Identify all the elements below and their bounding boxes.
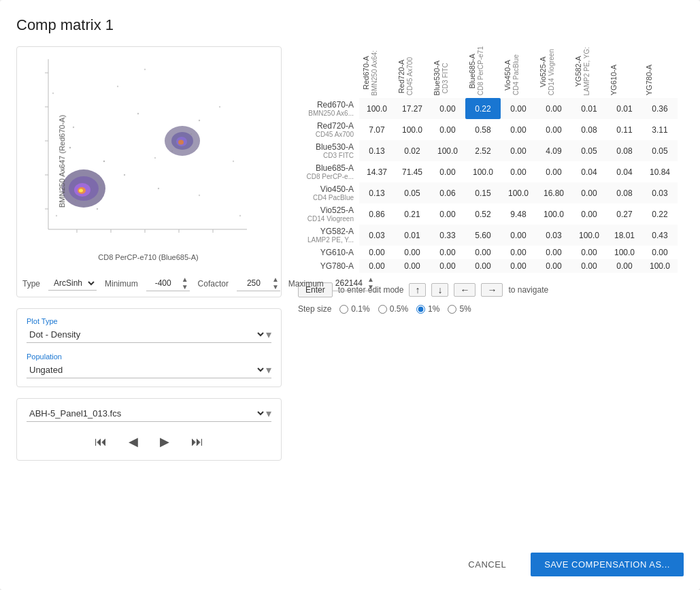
cell-6-2[interactable]: 0.33 [430,225,465,246]
population-select[interactable]: Ungated [27,364,266,376]
cell-7-3[interactable]: 0.00 [465,246,501,259]
cell-1-2[interactable]: 0.00 [430,119,465,140]
cancel-button[interactable]: CANCEL [452,553,522,576]
cell-2-7[interactable]: 0.08 [607,140,642,161]
cell-5-8[interactable]: 0.22 [642,203,678,225]
cell-5-5[interactable]: 100.0 [536,203,571,225]
nav-down-btn[interactable]: ↓ [431,283,448,297]
cell-3-0[interactable]: 14.37 [359,161,395,182]
cell-3-7[interactable]: 0.04 [607,161,642,182]
cell-2-0[interactable]: 0.13 [359,140,395,161]
minimum-input[interactable] [146,277,180,289]
cell-0-3[interactable]: 0.22 [465,98,501,119]
cell-4-1[interactable]: 0.05 [395,182,430,203]
nav-up-btn[interactable]: ↑ [409,283,426,297]
file-last-btn[interactable]: ⏭ [188,432,206,452]
cell-1-7[interactable]: 0.11 [607,119,642,140]
cell-5-0[interactable]: 0.86 [359,203,395,225]
minimum-up-btn[interactable]: ▲ [180,276,190,283]
cell-8-0[interactable]: 0.00 [359,259,395,273]
step-5[interactable]: 5% [448,304,471,314]
cell-0-5[interactable]: 0.00 [536,98,571,119]
cell-5-7[interactable]: 0.27 [607,203,642,225]
cell-7-4[interactable]: 0.00 [501,246,536,259]
cell-0-8[interactable]: 0.36 [642,98,678,119]
cell-8-1[interactable]: 0.00 [395,259,430,273]
cell-8-2[interactable]: 0.00 [430,259,465,273]
nav-right-btn[interactable]: → [481,283,503,297]
cell-7-8[interactable]: 0.00 [642,246,678,259]
minimum-down-btn[interactable]: ▼ [180,283,190,291]
cell-7-0[interactable]: 0.00 [359,246,395,259]
cell-2-5[interactable]: 4.09 [536,140,571,161]
maximum-down-btn[interactable]: ▼ [366,283,376,291]
cell-8-4[interactable]: 0.00 [501,259,536,273]
cell-7-2[interactable]: 0.00 [430,246,465,259]
cell-2-8[interactable]: 0.05 [642,140,678,161]
cell-6-3[interactable]: 5.60 [465,225,501,246]
cell-5-1[interactable]: 0.21 [395,203,430,225]
cell-0-6[interactable]: 0.01 [571,98,607,119]
file-play-btn[interactable]: ▶ [157,431,172,452]
cofactor-down-btn[interactable]: ▼ [271,283,280,291]
cell-0-0[interactable]: 100.0 [359,98,395,119]
cell-8-8[interactable]: 100.0 [642,259,678,273]
step-radio-05[interactable] [378,305,387,314]
cell-4-2[interactable]: 0.06 [430,182,465,203]
cell-6-0[interactable]: 0.03 [359,225,395,246]
cell-4-7[interactable]: 0.08 [607,182,642,203]
cell-5-6[interactable]: 0.00 [571,203,607,225]
file-select[interactable]: ABH-5_Panel1_013.fcs [27,408,266,419]
cell-7-1[interactable]: 0.00 [395,246,430,259]
cell-0-7[interactable]: 0.01 [607,98,642,119]
cell-4-3[interactable]: 0.15 [465,182,501,203]
step-radio-01[interactable] [339,305,348,314]
cell-6-6[interactable]: 100.0 [571,225,607,246]
cell-1-5[interactable]: 0.00 [536,119,571,140]
cell-0-4[interactable]: 0.00 [501,98,536,119]
save-button[interactable]: SAVE COMPENSATION AS... [531,553,684,576]
cell-3-3[interactable]: 100.0 [465,161,501,182]
cell-7-5[interactable]: 0.00 [536,246,571,259]
cell-3-8[interactable]: 10.84 [642,161,678,182]
cell-1-0[interactable]: 7.07 [359,119,395,140]
plot-type-select[interactable]: Dot - Density [27,329,266,340]
cell-6-7[interactable]: 18.01 [607,225,642,246]
cell-1-4[interactable]: 0.00 [501,119,536,140]
cell-5-2[interactable]: 0.00 [430,203,465,225]
cell-1-3[interactable]: 0.58 [465,119,501,140]
maximum-input[interactable] [332,277,366,289]
cell-8-5[interactable]: 0.00 [536,259,571,273]
cell-2-1[interactable]: 0.02 [395,140,430,161]
cell-3-4[interactable]: 0.00 [501,161,536,182]
cell-8-3[interactable]: 0.00 [465,259,501,273]
cell-0-1[interactable]: 17.27 [395,98,430,119]
cell-3-5[interactable]: 0.00 [536,161,571,182]
cell-3-6[interactable]: 0.04 [571,161,607,182]
cell-6-5[interactable]: 0.03 [536,225,571,246]
cell-1-6[interactable]: 0.08 [571,119,607,140]
cell-3-2[interactable]: 0.00 [430,161,465,182]
cofactor-up-btn[interactable]: ▲ [271,276,280,283]
step-radio-1[interactable] [416,305,425,314]
cell-8-7[interactable]: 0.00 [607,259,642,273]
cell-0-2[interactable]: 0.00 [430,98,465,119]
cofactor-input[interactable] [237,277,271,289]
cell-4-4[interactable]: 100.0 [501,182,536,203]
cell-6-1[interactable]: 0.01 [395,225,430,246]
cell-2-2[interactable]: 100.0 [430,140,465,161]
cell-2-4[interactable]: 0.00 [501,140,536,161]
cell-1-8[interactable]: 3.11 [642,119,678,140]
step-01[interactable]: 0.1% [339,304,369,314]
nav-left-btn[interactable]: ← [454,283,476,297]
cell-4-6[interactable]: 0.00 [571,182,607,203]
file-prev-btn[interactable]: ◀ [126,431,141,452]
type-select[interactable]: ArcSinh [48,276,97,291]
cell-7-6[interactable]: 0.00 [571,246,607,259]
cell-8-6[interactable]: 0.00 [571,259,607,273]
cell-5-3[interactable]: 0.52 [465,203,501,225]
cell-2-3[interactable]: 2.52 [465,140,501,161]
cell-6-8[interactable]: 0.43 [642,225,678,246]
step-05[interactable]: 0.5% [378,304,408,314]
step-radio-5[interactable] [448,305,456,314]
